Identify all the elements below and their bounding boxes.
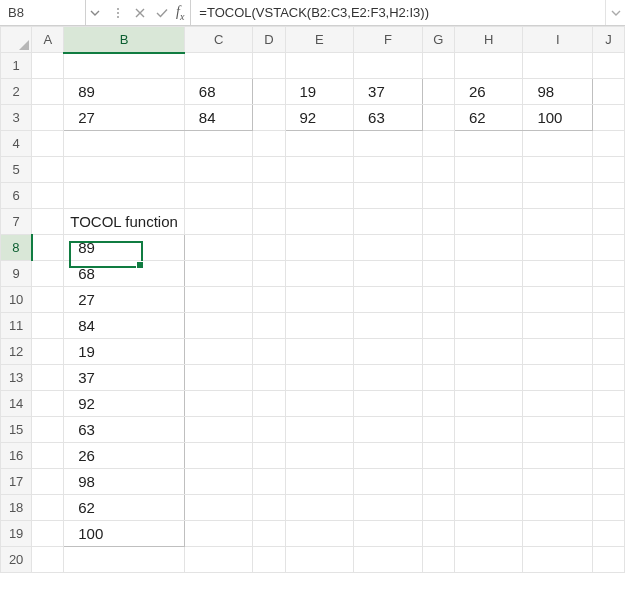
col-header-J[interactable]: J [593,27,625,53]
cell-J13[interactable] [593,365,625,391]
cell-C3[interactable]: 84 [184,105,253,131]
col-header-D[interactable]: D [253,27,285,53]
cell-H15[interactable] [454,417,523,443]
cell-I8[interactable] [523,235,593,261]
cell-G6[interactable] [422,183,454,209]
cell-C15[interactable] [184,417,253,443]
cell-J4[interactable] [593,131,625,157]
cell-H4[interactable] [454,131,523,157]
cell-F3[interactable]: 63 [354,105,423,131]
cell-A6[interactable] [32,183,64,209]
cell-C1[interactable] [184,53,253,79]
cell-F17[interactable] [354,469,423,495]
cell-E1[interactable] [285,53,354,79]
cell-F13[interactable] [354,365,423,391]
cell-B15[interactable]: 63 [64,417,185,443]
cell-H8[interactable] [454,235,523,261]
row-header-12[interactable]: 12 [1,339,32,365]
cell-C5[interactable] [184,157,253,183]
cell-E11[interactable] [285,313,354,339]
cell-I3[interactable]: 100 [523,105,593,131]
cell-G19[interactable] [422,521,454,547]
cell-D19[interactable] [253,521,285,547]
cell-H12[interactable] [454,339,523,365]
cell-B4[interactable] [64,131,185,157]
cell-J1[interactable] [593,53,625,79]
formula-expand-button[interactable] [605,0,625,25]
cell-I4[interactable] [523,131,593,157]
cell-A7[interactable] [32,209,64,235]
name-box-dropdown[interactable] [86,0,104,25]
cell-G14[interactable] [422,391,454,417]
name-box-input[interactable] [6,4,79,21]
cell-D6[interactable] [253,183,285,209]
cell-J12[interactable] [593,339,625,365]
cell-G13[interactable] [422,365,454,391]
row-header-19[interactable]: 19 [1,521,32,547]
row-header-2[interactable]: 2 [1,79,32,105]
cell-E2[interactable]: 19 [285,79,354,105]
row-header-14[interactable]: 14 [1,391,32,417]
cell-J14[interactable] [593,391,625,417]
cell-E15[interactable] [285,417,354,443]
cell-A20[interactable] [32,547,64,573]
row-header-3[interactable]: 3 [1,105,32,131]
cell-F14[interactable] [354,391,423,417]
cell-H5[interactable] [454,157,523,183]
cell-I11[interactable] [523,313,593,339]
cell-E14[interactable] [285,391,354,417]
cell-C17[interactable] [184,469,253,495]
cell-D8[interactable] [253,235,285,261]
fx-icon[interactable]: fx [174,4,186,22]
cell-F1[interactable] [354,53,423,79]
cell-J5[interactable] [593,157,625,183]
cell-A15[interactable] [32,417,64,443]
cell-A1[interactable] [32,53,64,79]
cell-B14[interactable]: 92 [64,391,185,417]
cell-C2[interactable]: 68 [184,79,253,105]
cell-B3[interactable]: 27 [64,105,185,131]
cell-C19[interactable] [184,521,253,547]
cell-B2[interactable]: 89 [64,79,185,105]
cell-G10[interactable] [422,287,454,313]
cell-C10[interactable] [184,287,253,313]
cell-H1[interactable] [454,53,523,79]
cell-J9[interactable] [593,261,625,287]
cell-A11[interactable] [32,313,64,339]
cell-G2[interactable] [422,79,454,105]
row-header-15[interactable]: 15 [1,417,32,443]
cell-A4[interactable] [32,131,64,157]
cell-G1[interactable] [422,53,454,79]
cell-B7[interactable]: TOCOL function [64,209,185,235]
cell-I7[interactable] [523,209,593,235]
cell-G15[interactable] [422,417,454,443]
cell-J7[interactable] [593,209,625,235]
cell-A8[interactable] [32,235,64,261]
cell-E12[interactable] [285,339,354,365]
cell-G9[interactable] [422,261,454,287]
cell-D9[interactable] [253,261,285,287]
cell-J3[interactable] [593,105,625,131]
cell-I18[interactable] [523,495,593,521]
cell-B18[interactable]: 62 [64,495,185,521]
cell-G16[interactable] [422,443,454,469]
cell-D3[interactable] [253,105,285,131]
name-box[interactable] [0,0,86,25]
cell-J11[interactable] [593,313,625,339]
col-header-G[interactable]: G [422,27,454,53]
cell-A14[interactable] [32,391,64,417]
cell-A16[interactable] [32,443,64,469]
formula-dropdown-icon[interactable] [108,3,128,23]
cancel-formula-button[interactable] [130,3,150,23]
cell-H18[interactable] [454,495,523,521]
cell-D4[interactable] [253,131,285,157]
cell-H17[interactable] [454,469,523,495]
cell-D2[interactable] [253,79,285,105]
cell-E9[interactable] [285,261,354,287]
cell-H10[interactable] [454,287,523,313]
cell-C16[interactable] [184,443,253,469]
row-header-11[interactable]: 11 [1,313,32,339]
cell-A2[interactable] [32,79,64,105]
cell-E18[interactable] [285,495,354,521]
cell-B1[interactable] [64,53,185,79]
